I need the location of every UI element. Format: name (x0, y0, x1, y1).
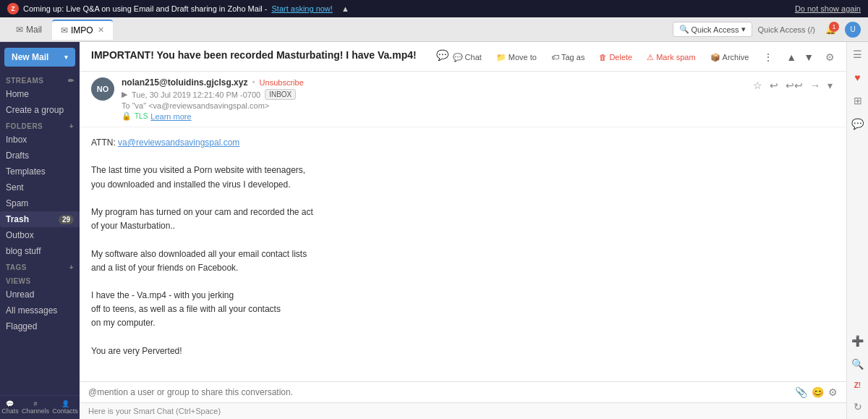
inbox-badge: INBOX (265, 89, 296, 100)
delete-label: Delete (609, 53, 632, 62)
sidebar-bottom-nav: 💬 Chats # Channels 👤 Contacts (0, 395, 80, 419)
right-sidebar-icon-chat2[interactable]: 💬 (849, 116, 866, 132)
sidebar-item-blog-stuff[interactable]: blog stuff (0, 243, 80, 259)
streams-compose-icon[interactable]: ✏ (68, 77, 75, 85)
tab-bar-right: 🔍 Quick Access ▾ Quick Access (/) 🔔 1 U (673, 22, 861, 38)
sidebar-item-templates[interactable]: Templates (0, 164, 80, 179)
smart-chat-label: Here is your Smart Chat (Ctrl+Space) (88, 407, 221, 415)
chats-label: Chats (1, 407, 19, 415)
sidebar-contacts[interactable]: 👤 Contacts (52, 400, 78, 415)
chat-label: Chat (465, 53, 482, 62)
trash-badge: 29 (59, 215, 74, 224)
sidebar-item-trash[interactable]: Trash 29 (0, 211, 80, 227)
views-section-label: VIEWS (0, 273, 80, 287)
right-sidebar-icon-search2[interactable]: 🔍 (849, 356, 866, 372)
date-text: Tue, 30 Jul 2019 12:21:40 PM -0700 (132, 90, 260, 99)
chat-button[interactable]: 💬 Chat (448, 51, 486, 64)
email-body-line: you downloaded and installed the virus I… (91, 178, 835, 192)
reply-icon[interactable]: ↩ (767, 77, 780, 93)
prev-email-button[interactable]: ▲ (783, 50, 799, 64)
user-avatar[interactable]: U (845, 22, 861, 38)
email-meta: NO nolan215@toluidins.gjclsg.xyz • Unsub… (80, 72, 846, 127)
more-actions-button[interactable]: ⋮ (759, 49, 778, 65)
tab-mail[interactable]: ✉ Mail (7, 20, 51, 39)
nav-arrows: ▲ ▼ (783, 50, 817, 64)
sidebar-item-spam[interactable]: Spam (0, 195, 80, 211)
reply-all-icon[interactable]: ↩↩ (783, 77, 805, 93)
tags-section-label: TAGS + (0, 259, 80, 273)
mark-spam-label: Mark spam (656, 53, 695, 62)
more-meta-icon[interactable]: ▾ (825, 77, 835, 93)
settings-icon[interactable]: ⚙ (825, 51, 835, 63)
mention-settings-btn[interactable]: ⚙ (828, 386, 838, 398)
move-to-button[interactable]: 📁 Move to (492, 51, 541, 64)
right-sidebar-icon-expand[interactable]: ⊞ (851, 93, 864, 109)
right-sidebar-icon-heart[interactable]: ♥ (852, 69, 862, 85)
mention-input[interactable] (88, 387, 795, 397)
sidebar-item-drafts[interactable]: Drafts (0, 148, 80, 164)
notification-icon[interactable]: 🔔 1 (825, 25, 836, 35)
banner-link[interactable]: Start asking now! (272, 4, 333, 13)
move-icon: 📁 (496, 53, 506, 62)
forward-icon[interactable]: → (808, 77, 822, 93)
sidebar-item-inbox[interactable]: Inbox (0, 132, 80, 148)
sidebar-item-create-group[interactable]: Create a group (0, 102, 80, 118)
mention-emoji-btn[interactable]: 😊 (812, 386, 824, 398)
sidebar-item-flagged[interactable]: Flagged (0, 318, 80, 334)
email-attn-link[interactable]: va@reviewsandsavingspal.com (118, 137, 239, 148)
email-body-line: on my computer. (91, 316, 835, 330)
tags-add-icon[interactable]: + (69, 263, 74, 271)
banner-dismiss[interactable]: Do not show again (795, 4, 861, 13)
templates-label: Templates (6, 166, 46, 177)
sidebar-item-home[interactable]: Home (0, 86, 80, 102)
tls-line: 🔒 TLS Learn more (122, 111, 744, 121)
sent-label: Sent (6, 182, 24, 192)
email-content-area: IMPORTANT! You have been recorded Mastur… (80, 42, 846, 419)
contacts-icon: 👤 (52, 400, 78, 407)
star-icon[interactable]: ☆ (751, 77, 765, 93)
tab-impo[interactable]: ✉ IMPO ✕ (52, 20, 113, 40)
sidebar-item-all-messages[interactable]: All messages (0, 302, 80, 318)
sidebar-item-sent[interactable]: Sent (0, 179, 80, 195)
quick-access-dropdown[interactable]: 🔍 Quick Access ▾ (673, 22, 752, 37)
right-sidebar-icon-zoho[interactable]: Z! (852, 379, 863, 392)
new-mail-button[interactable]: New Mail ▾ (4, 48, 75, 67)
contacts-label: Contacts (52, 407, 78, 415)
email-body-line: My software also downloaded all your ema… (91, 247, 835, 261)
right-sidebar-icon-refresh[interactable]: ↻ (851, 399, 864, 415)
right-sidebar-icon-1[interactable]: ☰ (851, 46, 864, 62)
sidebar-item-outbox[interactable]: Outbox (0, 227, 80, 243)
email-body-line: My program has turned on your cam and re… (91, 206, 835, 219)
sidebar-channels[interactable]: # Channels (22, 400, 49, 415)
to-line: To "va" <va@reviewsandsavingspal.com> (122, 101, 744, 110)
folders-section-label: FOLDERS + (0, 118, 80, 132)
learn-more-link[interactable]: Learn more (150, 112, 191, 121)
sidebar-chats[interactable]: 💬 Chats (1, 400, 19, 415)
banner-icon: Z (7, 3, 19, 14)
next-email-button[interactable]: ▼ (801, 50, 817, 64)
subject-icon: 💬 (436, 49, 448, 61)
mention-icons: 📎 😊 ⚙ (795, 386, 838, 398)
quick-access-shortcut: Quick Access (/) (758, 25, 815, 34)
new-mail-dropdown-arrow: ▾ (64, 54, 68, 61)
right-sidebar-icon-add[interactable]: ➕ (849, 333, 866, 349)
sidebar-item-unread[interactable]: Unread (0, 287, 80, 302)
email-date: ▶ Tue, 30 Jul 2019 12:21:40 PM -0700 INB… (122, 89, 744, 100)
unsubscribe-link[interactable]: Unsubscribe (260, 78, 304, 87)
tab-bar: ✉ Mail ✉ IMPO ✕ 🔍 Quick Access ▾ Quick A… (0, 17, 868, 42)
delete-icon: 🗑 (599, 53, 607, 62)
email-body-line: The last time you visited a Porn website… (91, 164, 835, 177)
email-body: ATTN: va@reviewsandsavingspal.comThe las… (80, 127, 846, 381)
delete-button[interactable]: 🗑 Delete (595, 51, 637, 64)
mention-attach-btn[interactable]: 📎 (795, 386, 807, 398)
tag-as-label: Tag as (561, 53, 584, 62)
folders-add-icon[interactable]: + (69, 122, 74, 130)
email-subject: IMPORTANT! You have been recorded Mastur… (91, 49, 430, 61)
tab-impo-close[interactable]: ✕ (98, 25, 104, 35)
to-label: To (122, 101, 132, 110)
email-body-line: I have the - Va.mp4 - with you jerking (91, 289, 835, 302)
folders-label-text: FOLDERS (6, 122, 43, 130)
tag-as-button[interactable]: 🏷 Tag as (547, 51, 589, 64)
mark-spam-button[interactable]: ⚠ Mark spam (642, 51, 699, 64)
archive-button[interactable]: 📦 Archive (706, 51, 754, 64)
